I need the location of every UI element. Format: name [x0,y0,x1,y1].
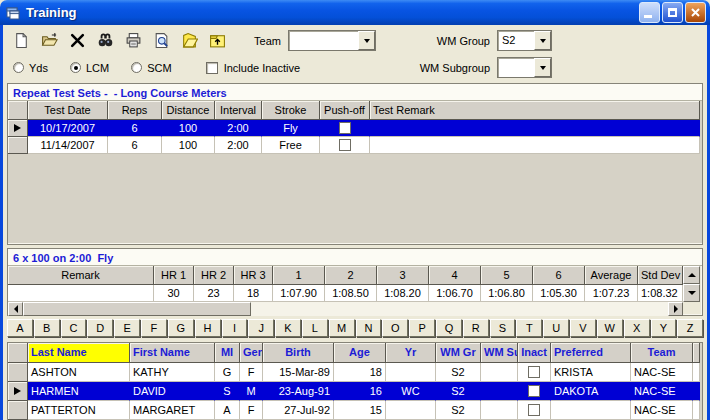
radio-lcm[interactable]: LCM [70,62,109,74]
column-header[interactable]: Yr [386,343,436,363]
table-cell[interactable]: 2:00 [215,120,262,137]
alphabet-button-x[interactable]: X [624,319,650,337]
alphabet-button-t[interactable]: T [516,319,542,337]
table-row[interactable]: HARMENDAVIDSM23-Aug-9116WCS2DAKOTANAC-SE [8,382,702,401]
table-cell[interactable]: 15 [334,401,386,420]
column-header[interactable]: MI [215,343,240,363]
alphabet-button-m[interactable]: M [329,319,355,337]
row-selector[interactable] [8,343,28,363]
vertical-scrollbar[interactable] [683,266,700,302]
column-header[interactable]: Last Name [28,343,130,363]
radio-circle[interactable] [70,62,81,73]
cell-checkbox[interactable] [528,385,540,397]
table-cell[interactable]: 23 [194,285,234,302]
open-icon[interactable] [37,29,61,52]
table-cell[interactable] [370,137,700,154]
column-header[interactable]: Team [631,343,693,363]
table-cell[interactable]: 6 [108,120,162,137]
table-cell[interactable]: PATTERTON [28,401,130,420]
table-cell[interactable] [8,285,154,302]
preview-icon[interactable] [149,29,173,52]
table-cell[interactable]: KRISTA [551,363,631,382]
table-cell[interactable]: 16 [334,382,386,401]
alphabet-button-e[interactable]: E [114,319,140,337]
team-select[interactable] [288,30,376,51]
table-cell[interactable]: KATHY [130,363,215,382]
row-selector[interactable] [8,101,28,120]
alphabet-button-p[interactable]: P [409,319,435,337]
alphabet-button-i[interactable]: I [222,319,248,337]
table-cell[interactable]: 18 [334,363,386,382]
column-header[interactable] [693,343,700,363]
column-header[interactable]: Age [334,343,386,363]
alphabet-button-f[interactable]: F [141,319,167,337]
table-cell[interactable] [693,382,700,401]
table-cell[interactable]: 1:06.80 [481,285,533,302]
scroll-up-button[interactable] [683,266,700,284]
table-cell[interactable]: Free [262,137,320,154]
alphabet-button-h[interactable]: H [195,319,221,337]
column-header[interactable]: Birth [263,343,334,363]
minimize-button[interactable] [639,2,660,23]
table-cell[interactable]: G [215,363,240,382]
radio-circle[interactable] [131,62,142,73]
cell-checkbox[interactable] [339,122,351,134]
table-cell[interactable]: 18 [234,285,273,302]
table-cell[interactable]: 10/17/2007 [28,120,108,137]
maximize-button[interactable] [662,2,683,23]
wm-subgroup-select[interactable] [497,57,552,78]
include-inactive[interactable]: Include Inactive [206,62,300,74]
alphabet-button-b[interactable]: B [34,319,60,337]
chevron-down-icon[interactable] [534,31,551,50]
table-cell[interactable]: 2:00 [215,137,262,154]
table-cell[interactable]: 1:06.70 [429,285,481,302]
wm-group-select[interactable]: S2 [497,30,552,51]
alphabet-button-o[interactable]: O [382,319,408,337]
row-selector[interactable] [8,120,28,137]
row-selector[interactable] [8,137,28,154]
table-cell[interactable]: ASHTON [28,363,130,382]
alphabet-button-v[interactable]: V [570,319,596,337]
table-cell[interactable] [481,401,518,420]
close-button[interactable] [685,2,706,23]
cell-checkbox[interactable] [339,139,351,151]
table-cell[interactable]: 1:05.30 [533,285,585,302]
table-cell[interactable]: 100 [162,120,215,137]
notes-icon[interactable] [177,29,201,52]
column-header[interactable]: First Name [130,343,215,363]
table-cell[interactable]: A [215,401,240,420]
column-header[interactable]: Gen [240,343,263,363]
table-cell[interactable]: NAC-SE [631,363,693,382]
table-cell[interactable] [320,120,370,137]
print-icon[interactable] [121,29,145,52]
radio-yds[interactable]: Yds [13,62,48,74]
row-selector[interactable] [8,382,28,401]
table-cell[interactable]: DAKOTA [551,382,631,401]
scroll-left-button[interactable] [8,302,23,316]
table-cell[interactable]: 1:07.23 [585,285,638,302]
table-cell[interactable]: M [240,382,263,401]
table-cell[interactable]: 1:07.90 [273,285,325,302]
table-cell[interactable]: 6 [108,137,162,154]
horizontal-scrollbar[interactable] [8,302,683,316]
table-cell[interactable]: Fly [262,120,320,137]
table-cell[interactable] [518,363,551,382]
delete-icon[interactable] [65,29,89,52]
table-cell[interactable]: 15-Mar-89 [263,363,334,382]
cell-checkbox[interactable] [528,366,540,378]
table-cell[interactable] [370,120,700,137]
table-cell[interactable]: 100 [162,137,215,154]
alphabet-button-s[interactable]: S [490,319,516,337]
find-icon[interactable] [93,29,117,52]
table-cell[interactable] [481,382,518,401]
alphabet-button-u[interactable]: U [543,319,569,337]
alphabet-button-r[interactable]: R [463,319,489,337]
table-row[interactable]: PATTERTONMARGARETAF27-Jul-9215S2NAC-SE [8,401,702,420]
include-inactive-checkbox[interactable] [206,62,218,74]
column-header[interactable]: Inact [518,343,551,363]
table-cell[interactable]: NAC-SE [631,401,693,420]
table-cell[interactable]: NAC-SE [631,382,693,401]
table-cell[interactable]: HARMEN [28,382,130,401]
alphabet-button-q[interactable]: Q [436,319,462,337]
table-row[interactable]: 11/14/200761002:00Free [8,137,702,154]
